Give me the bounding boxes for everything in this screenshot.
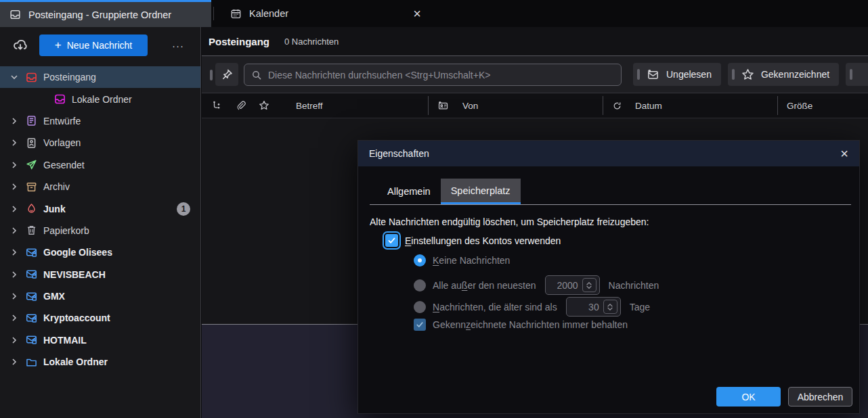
keep-older-radio[interactable] [414, 301, 426, 313]
column-divider[interactable] [428, 96, 429, 115]
folder-label: Lokale Ordner [72, 94, 132, 105]
chevron-right-icon[interactable] [9, 204, 20, 214]
thread-column-icon[interactable] [211, 93, 222, 118]
chevron-right-icon[interactable] [9, 356, 20, 367]
filter-unread-button[interactable]: Ungelesen [633, 63, 721, 86]
tab-divider [370, 204, 851, 205]
thread-list-column-header: Betreff Von Datum Größe [202, 93, 868, 118]
mail-account-icon [26, 247, 37, 258]
keep-older-label: Nachrichten, die älter sind als [433, 302, 557, 312]
ok-button[interactable]: OK [716, 387, 781, 407]
drafts-icon [26, 115, 37, 126]
correspondents-column-icon[interactable] [437, 93, 449, 118]
tab-allgemein[interactable]: Allgemein [377, 179, 441, 204]
folder-label: Junk [43, 204, 66, 214]
keep-older-days-field[interactable]: 30 [566, 297, 621, 317]
column-subject[interactable]: Betreff [296, 93, 323, 118]
folder-row-lokale-ordner[interactable]: Lokale Ordner [0, 351, 200, 373]
column-size[interactable]: Größe [787, 93, 812, 118]
folder-row-junk[interactable]: Junk 1 [0, 198, 200, 219]
keep-newest-count-value: 2000 [551, 280, 578, 291]
chevron-right-icon[interactable] [9, 312, 20, 323]
folder-row-archiv[interactable]: Archiv [0, 176, 200, 198]
spinner-arrows-icon[interactable] [603, 300, 617, 314]
new-message-button[interactable]: + Neue Nachricht [39, 34, 148, 56]
date-column-icon[interactable] [612, 93, 622, 118]
filter-unread-label: Ungelesen [666, 69, 712, 80]
chevron-right-icon[interactable] [9, 225, 20, 236]
keep-newest-count-field[interactable]: 2000 [545, 275, 600, 295]
account-row-hotmail[interactable]: HOTMAIL [0, 329, 200, 351]
folder-row-papierkorb[interactable]: Papierkorb [0, 220, 200, 241]
folder-label: Lokale Ordner [43, 356, 108, 367]
keep-none-radio[interactable] [414, 254, 426, 266]
inbox-icon [54, 93, 66, 105]
tab-calendar[interactable]: Kalender × [215, 0, 433, 27]
folder-row-lokale-ordner-inbox[interactable]: Lokale Ordner [0, 88, 200, 110]
filter-truncated-button[interactable]: Car [846, 63, 868, 86]
new-message-label: Neue Nachricht [67, 40, 133, 51]
keep-starred-checkbox[interactable] [414, 319, 426, 331]
filter-starred-button[interactable]: Gekennzeichnet [728, 63, 839, 86]
use-account-settings-checkbox[interactable] [385, 234, 398, 247]
tab-bar: Posteingang - Gruppierte Ordner Kalender… [0, 0, 868, 27]
message-count: 0 Nachrichten [284, 37, 339, 47]
get-messages-button[interactable] [8, 33, 32, 57]
chevron-right-icon[interactable] [9, 160, 20, 170]
spinner-arrows-icon[interactable] [582, 278, 596, 292]
folder-row-posteingang[interactable]: Posteingang [0, 66, 200, 88]
keep-older-suffix: Tage [630, 302, 650, 312]
account-label: Kryptoaccount [43, 312, 110, 323]
tab-speicherplatz[interactable]: Speicherplatz [441, 179, 521, 204]
inbox-icon [26, 72, 37, 83]
star-icon [741, 68, 754, 81]
close-tab-icon[interactable]: × [413, 7, 421, 20]
mail-account-icon [26, 334, 37, 346]
account-row-gmx[interactable]: GMX [0, 285, 200, 307]
column-date[interactable]: Datum [635, 93, 662, 118]
chevron-right-icon[interactable] [9, 247, 20, 258]
cancel-button[interactable]: Abbrechen [788, 387, 852, 407]
search-input[interactable] [268, 70, 614, 80]
grip-handle [210, 70, 213, 80]
keep-starred-label: Gekennzeichnete Nachrichten immer behalt… [433, 319, 628, 330]
chevron-right-icon[interactable] [9, 291, 20, 302]
pin-filter-button[interactable] [215, 63, 238, 86]
chevron-right-icon[interactable] [9, 335, 20, 346]
quick-filter-bar: Ungelesen Gekennzeichnet Car [202, 56, 868, 93]
folder-row-entwuerfe[interactable]: Entwürfe [0, 110, 200, 132]
chevron-right-icon[interactable] [9, 116, 20, 126]
attachment-column-icon[interactable] [236, 93, 246, 118]
keep-newest-radio[interactable] [414, 279, 426, 292]
keep-newest-label: Alle außer den neuesten [433, 280, 536, 291]
chevron-right-icon[interactable] [9, 181, 20, 192]
dialog-titlebar: Eigenschaften × [358, 141, 859, 166]
tab-mail[interactable]: Posteingang - Gruppierte Ordner [0, 0, 211, 27]
star-column-icon[interactable] [259, 93, 269, 118]
folder-label: Vorlagen [43, 137, 81, 148]
plus-icon: + [55, 39, 62, 52]
archive-icon [26, 181, 37, 193]
column-divider[interactable] [777, 96, 778, 115]
folder-row-gesendet[interactable]: Gesendet [0, 154, 200, 176]
account-row-kryptoaccount[interactable]: Kryptoaccount [0, 307, 200, 329]
chevron-right-icon[interactable] [9, 137, 20, 148]
column-from[interactable]: Von [462, 93, 478, 118]
folder-label: Entwürfe [43, 116, 81, 126]
trash-icon [26, 225, 37, 236]
keep-none-row: Keine Nachrichten [414, 254, 510, 266]
tab-separator [213, 7, 214, 20]
tab-allgemein-label: Allgemein [387, 186, 431, 197]
account-row-google-olisees[interactable]: Google Olisees [0, 241, 200, 263]
dialog-close-icon[interactable]: × [840, 147, 848, 160]
dialog-title: Eigenschaften [369, 148, 429, 159]
account-row-nevisbeach[interactable]: NEVISBEACH [0, 264, 200, 285]
column-divider[interactable] [603, 96, 603, 115]
search-icon [251, 70, 262, 80]
folder-pane-options-button[interactable]: ··· [168, 35, 188, 55]
chevron-right-icon[interactable] [9, 269, 20, 280]
chevron-down-icon[interactable] [9, 72, 20, 83]
folder-label: Gesendet [43, 160, 85, 170]
thread-pane-header: Posteingang 0 Nachrichten [202, 27, 868, 56]
folder-row-vorlagen[interactable]: Vorlagen [0, 132, 200, 154]
